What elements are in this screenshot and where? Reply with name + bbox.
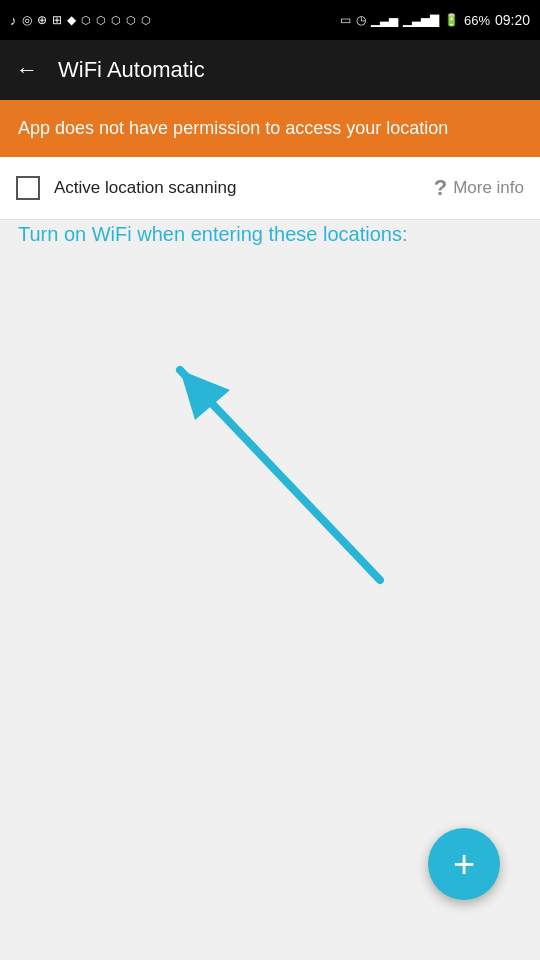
location-icon: ◎ bbox=[22, 13, 32, 27]
app-bar: ← WiFi Automatic bbox=[0, 40, 540, 100]
battery-icon: 🔋 bbox=[444, 13, 459, 27]
active-location-label: Active location scanning bbox=[54, 178, 236, 198]
discord-icon4: ⬡ bbox=[111, 14, 121, 27]
add-icon: + bbox=[453, 845, 475, 883]
music-icon: ♪ bbox=[10, 13, 17, 28]
location-left-group: Active location scanning bbox=[16, 176, 236, 200]
discord-icon5: ⬡ bbox=[126, 14, 136, 27]
status-icons-left: ♪ ◎ ⊕ ⊞ ◆ ⬡ ⬡ ⬡ ⬡ ⬡ bbox=[10, 13, 151, 28]
warning-banner: App does not have permission to access y… bbox=[0, 100, 540, 157]
active-location-checkbox[interactable] bbox=[16, 176, 40, 200]
photos-icon: ⊞ bbox=[52, 13, 62, 27]
discord-icon3: ⬡ bbox=[96, 14, 106, 27]
more-info-group[interactable]: ? More info bbox=[434, 175, 524, 201]
sim-icon: ▭ bbox=[340, 13, 351, 27]
question-icon: ? bbox=[434, 175, 447, 201]
signal-icon2: ▁▃▅▇ bbox=[403, 13, 439, 27]
status-icons-right: ▭ ◷ ▁▃▅ ▁▃▅▇ 🔋 66% 09:20 bbox=[340, 12, 530, 28]
more-info-label: More info bbox=[453, 178, 524, 198]
turn-on-text-container: Turn on WiFi when entering these locatio… bbox=[0, 220, 540, 248]
alarm-icon: ◷ bbox=[356, 13, 366, 27]
battery-percent: 66% bbox=[464, 13, 490, 28]
discord-icon1: ◆ bbox=[67, 13, 76, 27]
discord-icon2: ⬡ bbox=[81, 14, 91, 27]
back-button[interactable]: ← bbox=[16, 57, 38, 83]
discord-icon6: ⬡ bbox=[141, 14, 151, 27]
status-bar: ♪ ◎ ⊕ ⊞ ◆ ⬡ ⬡ ⬡ ⬡ ⬡ ▭ ◷ ▁▃▅ ▁▃▅▇ 🔋 66% 0… bbox=[0, 0, 540, 40]
whatsapp-icon: ⊕ bbox=[37, 13, 47, 27]
turn-on-text: Turn on WiFi when entering these locatio… bbox=[0, 203, 425, 245]
warning-text: App does not have permission to access y… bbox=[18, 118, 448, 138]
signal-icon1: ▁▃▅ bbox=[371, 13, 398, 27]
add-location-button[interactable]: + bbox=[428, 828, 500, 900]
time-display: 09:20 bbox=[495, 12, 530, 28]
app-title: WiFi Automatic bbox=[58, 57, 205, 83]
